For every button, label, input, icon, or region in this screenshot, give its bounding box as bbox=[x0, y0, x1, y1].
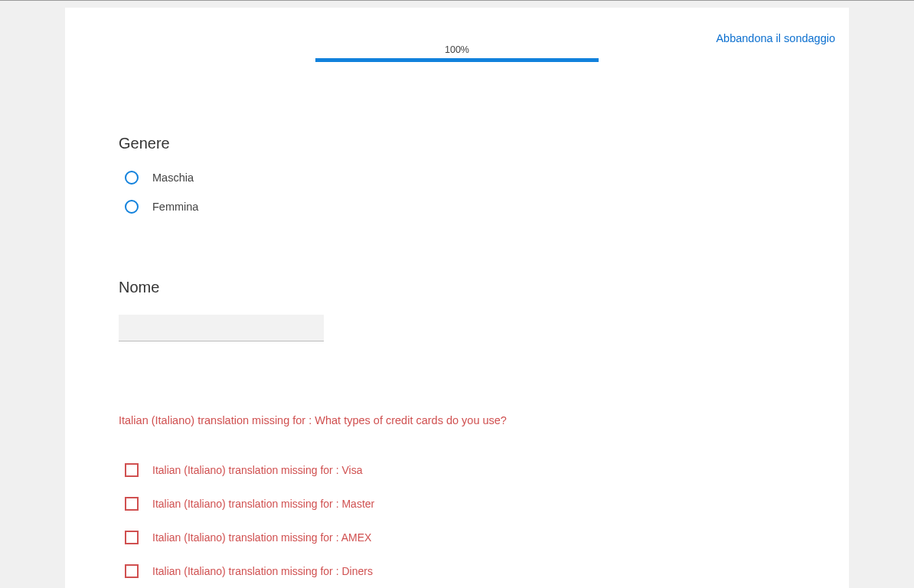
checkbox-option-diners[interactable]: Italian (Italiano) translation missing f… bbox=[125, 564, 795, 578]
question-gender-title: Genere bbox=[119, 135, 795, 152]
progress-container: 100% bbox=[315, 44, 599, 62]
radio-option-femmina[interactable]: Femmina bbox=[125, 200, 795, 214]
question-gender: Genere Maschia Femmina bbox=[119, 135, 795, 214]
checkbox-label: Italian (Italiano) translation missing f… bbox=[152, 531, 371, 544]
checkbox-icon[interactable] bbox=[125, 564, 139, 578]
survey-card: Abbandona il sondaggio 100% Genere Masch… bbox=[65, 8, 849, 588]
radio-option-maschia[interactable]: Maschia bbox=[125, 171, 795, 185]
checkbox-icon[interactable] bbox=[125, 531, 139, 544]
name-input[interactable] bbox=[119, 315, 324, 341]
radio-label: Maschia bbox=[152, 172, 194, 184]
progress-percent-label: 100% bbox=[315, 44, 599, 55]
checkbox-icon[interactable] bbox=[125, 463, 139, 477]
radio-icon[interactable] bbox=[125, 171, 139, 185]
progress-bar bbox=[315, 58, 599, 62]
checkbox-option-master[interactable]: Italian (Italiano) translation missing f… bbox=[125, 497, 795, 511]
question-credit-cards-title: Italian (Italiano) translation missing f… bbox=[119, 414, 795, 426]
radio-label: Femmina bbox=[152, 201, 198, 213]
checkbox-option-visa[interactable]: Italian (Italiano) translation missing f… bbox=[125, 463, 795, 477]
exit-survey-link[interactable]: Abbandona il sondaggio bbox=[716, 32, 835, 44]
checkbox-label: Italian (Italiano) translation missing f… bbox=[152, 565, 373, 577]
question-credit-cards: Italian (Italiano) translation missing f… bbox=[119, 414, 795, 578]
checkbox-option-amex[interactable]: Italian (Italiano) translation missing f… bbox=[125, 531, 795, 544]
question-name: Nome bbox=[119, 279, 795, 341]
question-name-title: Nome bbox=[119, 279, 795, 296]
checkbox-label: Italian (Italiano) translation missing f… bbox=[152, 464, 362, 476]
checkbox-icon[interactable] bbox=[125, 497, 139, 511]
checkbox-label: Italian (Italiano) translation missing f… bbox=[152, 498, 374, 510]
radio-icon[interactable] bbox=[125, 200, 139, 214]
